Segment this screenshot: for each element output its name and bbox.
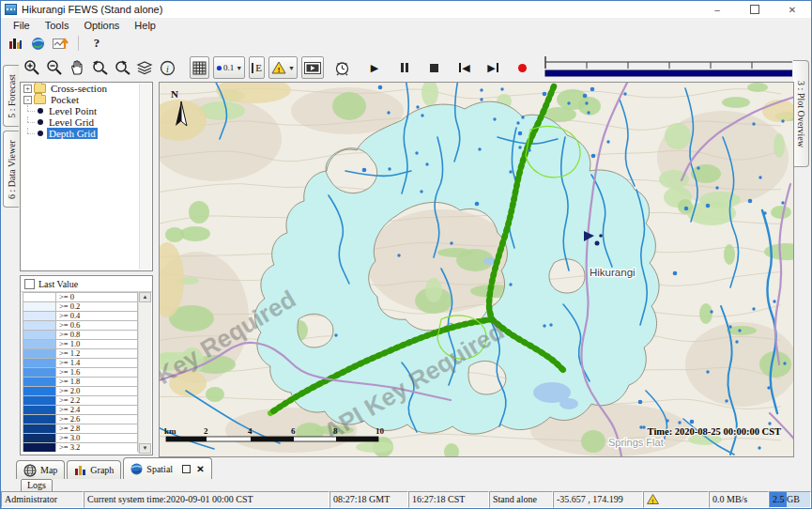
tree-expander-icon[interactable]: + <box>23 85 32 93</box>
show-grid-button[interactable] <box>190 56 209 79</box>
step-last-button[interactable]: ▶ <box>483 57 503 78</box>
dock-tab-label: 6 : Data Viewer <box>7 140 17 199</box>
app-window: Hikurangi FEWS (Stand alone) – ✕ FileToo… <box>0 0 812 509</box>
grid-icon <box>192 61 207 75</box>
map-canvas[interactable]: API Key RequiredAPI Key RequiredHikurang… <box>159 82 794 457</box>
thresholds-dropdown[interactable]: ! ▼ <box>268 56 298 79</box>
svg-text:N: N <box>171 88 178 100</box>
warning-icon: ! <box>647 494 659 504</box>
show-labels-button[interactable]: E <box>249 56 265 79</box>
tree-row: Depth Grid <box>21 128 152 139</box>
status-user: Administrator <box>1 491 84 508</box>
time-slider[interactable] <box>543 54 812 82</box>
graph-bars-icon <box>74 464 86 476</box>
legend-swatch <box>23 320 56 330</box>
status-memory-value: 2.5 GB <box>773 494 800 504</box>
layers-icon <box>136 60 153 75</box>
dock-tab-forecast[interactable]: 5 : Forecast <box>3 65 19 127</box>
tree-item-cross-section[interactable]: Cross-section <box>49 83 109 94</box>
map-display-icon[interactable] <box>29 36 46 51</box>
tree-item-depth-grid[interactable]: Depth Grid <box>47 128 98 139</box>
tab-spatial[interactable]: Spatial✕ <box>123 457 211 479</box>
legend-row: >= 1.0 <box>23 339 138 348</box>
info-button[interactable]: i <box>157 57 177 78</box>
legend-row: >= 2.4 <box>23 405 138 414</box>
dock-tab-data-viewer[interactable]: 6 : Data Viewer <box>3 131 19 208</box>
map-image[interactable]: API Key RequiredAPI Key RequiredHikurang… <box>160 83 794 457</box>
tree-item-level-grid[interactable]: Level Grid <box>47 116 96 128</box>
legend-class-label: >= 0.6 <box>56 320 138 330</box>
tree-scrollbar[interactable] <box>139 84 151 270</box>
step-first-button[interactable]: ◀ <box>454 57 475 78</box>
chevron-down-icon: ▼ <box>288 65 295 71</box>
legend-class-label: >= 2.0 <box>56 386 138 395</box>
filter-panel: +Cross-section-PocketLevel PointLevel Gr… <box>20 82 153 457</box>
legend-class-label: >= 2.2 <box>56 395 138 405</box>
scroll-down-icon[interactable]: ▼ <box>139 443 151 454</box>
close-button[interactable]: ✕ <box>774 1 811 18</box>
tree-expander-icon[interactable]: - <box>23 96 32 104</box>
warning-icon: ! <box>271 61 286 74</box>
legend-class-label: >= 1.2 <box>56 348 138 358</box>
tab-map[interactable]: Map <box>16 460 65 479</box>
legend-swatch <box>23 442 56 452</box>
tab-restore-icon[interactable] <box>182 465 191 473</box>
minimize-button[interactable]: – <box>698 1 736 18</box>
tab-graph[interactable]: Graph <box>67 460 121 479</box>
locality-label: Springs Flat <box>608 437 664 448</box>
legend-row: >= 2.8 <box>23 424 138 433</box>
stop-button[interactable] <box>424 57 445 78</box>
menu-tools[interactable]: Tools <box>38 20 77 31</box>
legend-swatch <box>23 367 56 377</box>
status-system-time-value: Current system time:2020-09-01 00:00 CST <box>87 494 253 504</box>
tab-close-icon[interactable]: ✕ <box>196 464 204 474</box>
legend-classes: >= 0>= 0.2>= 0.4>= 0.6>= 0.8>= 1.0>= 1.2… <box>23 292 138 454</box>
time-series-display-icon[interactable] <box>52 36 69 51</box>
zoom-next-button[interactable] <box>112 57 132 78</box>
menu-file[interactable]: File <box>6 20 38 31</box>
legend-class-label: >= 3.0 <box>56 433 138 442</box>
filters-tree: +Cross-section-PocketLevel PointLevel Gr… <box>20 82 153 271</box>
play-icon: ▶ <box>371 62 378 74</box>
legend-swatch <box>23 405 56 414</box>
tree-item-pocket[interactable]: Pocket <box>49 94 81 105</box>
legend-swatch <box>23 348 56 358</box>
zoom-out-button[interactable] <box>44 57 65 78</box>
animation-button[interactable] <box>301 56 324 79</box>
window-title: Hikurangi FEWS (Stand alone) <box>22 4 162 15</box>
svg-text:km: km <box>164 426 176 436</box>
dock-tab-plot-overview[interactable]: 3 : Plot Overview <box>793 60 809 167</box>
tree-row: Level Grid <box>21 116 152 128</box>
timer-button[interactable] <box>332 57 353 78</box>
legend-row: >= 3.2 <box>23 442 138 452</box>
scroll-up-icon[interactable]: ▲ <box>139 292 151 302</box>
play-button[interactable]: ▶ <box>364 57 385 78</box>
legend-scrollbar[interactable]: ▲ ▼ <box>138 292 151 454</box>
tree-item-level-point[interactable]: Level Point <box>47 105 99 116</box>
maximize-button[interactable] <box>736 1 774 18</box>
zoom-previous-button[interactable] <box>89 57 110 78</box>
pan-button[interactable] <box>67 57 87 78</box>
help-button[interactable]: ? <box>88 36 105 51</box>
zoom-in-button[interactable] <box>22 57 42 78</box>
legend-row: >= 0.6 <box>23 320 138 330</box>
dock-tab-label: 5 : Forecast <box>7 74 17 118</box>
record-button[interactable] <box>513 57 533 78</box>
dock-tab-label: 3 : Plot Overview <box>796 81 806 147</box>
menu-options[interactable]: Options <box>76 20 127 31</box>
legend-swatch <box>23 395 56 405</box>
status-local-time-value: 16:27:18 CST <box>412 494 465 504</box>
status-gmt-time: 08:27:18 GMT <box>329 491 408 508</box>
pause-icon <box>401 63 408 72</box>
last-value-checkbox[interactable] <box>24 279 35 289</box>
toolbar-separator <box>78 36 79 51</box>
bottom-dock-tabs: MapGraphSpatial✕ <box>1 457 811 479</box>
grid-interval-dropdown[interactable]: 0.1 ▼ <box>213 56 245 79</box>
database-statistics-icon[interactable] <box>7 36 23 51</box>
bullet-icon <box>38 108 43 114</box>
legend-row: >= 0 <box>23 292 138 301</box>
legend-swatch <box>23 386 56 395</box>
menu-help[interactable]: Help <box>127 20 163 31</box>
layers-button[interactable] <box>134 57 155 78</box>
pause-button[interactable] <box>394 57 415 78</box>
